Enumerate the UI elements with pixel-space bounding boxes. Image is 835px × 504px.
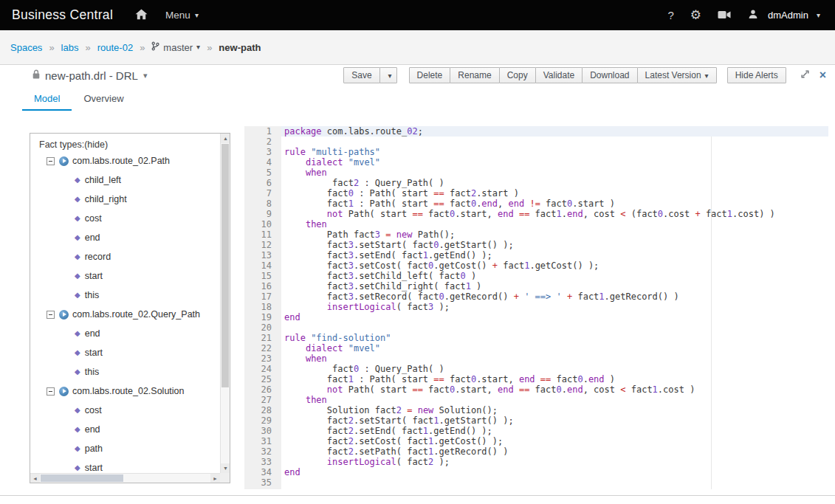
fact-class-row[interactable]: com.labs.route_02.Solution	[30, 382, 220, 401]
business-central-app: Business Central Menu ▾ ? ⚙ dmAdmin	[0, 0, 835, 504]
line-number: 27	[244, 395, 272, 405]
code-line: fact3.setRecord( fact0.getRecord() + ' =…	[281, 291, 828, 302]
top-nav-bar: Business Central Menu ▾ ? ⚙ dmAdmin	[0, 0, 835, 30]
breadcrumb-separator: »	[140, 42, 145, 53]
fact-field-label: end	[85, 328, 100, 339]
breadcrumb-spaces[interactable]: Spaces	[10, 42, 42, 53]
fact-field-row[interactable]: ◆end	[30, 324, 220, 343]
copy-button[interactable]: Copy	[499, 67, 536, 83]
field-diamond-icon: ◆	[75, 407, 80, 414]
download-button[interactable]: Download	[582, 67, 637, 83]
code-line: not Path( start == fact0.start, end == f…	[281, 384, 828, 395]
fact-field-label: child_right	[85, 194, 127, 204]
code-line: insertLogical( fact2 );	[281, 457, 828, 467]
fact-field-row[interactable]: ◆child_left	[30, 170, 220, 190]
close-editor-button[interactable]: ×	[817, 68, 829, 83]
vertical-scrollbar[interactable]: ▲ ▼	[220, 134, 230, 473]
breadcrumb-separator: »	[85, 42, 90, 53]
code-line: fact2.setCost( fact1.getCost() );	[281, 436, 828, 446]
save-button[interactable]: Save	[343, 67, 379, 83]
fact-field-label: start	[85, 463, 103, 473]
collapse-toggle-icon[interactable]	[47, 311, 55, 319]
fact-field-row[interactable]: ◆path	[30, 439, 220, 458]
menu-dropdown[interactable]: Menu ▾	[157, 0, 207, 30]
fact-field-row[interactable]: ◆end	[30, 420, 220, 439]
line-number: 35	[244, 477, 272, 488]
fact-types-title-text: Fact types:	[39, 139, 84, 150]
fact-field-row[interactable]: ◆record	[30, 247, 220, 266]
user-menu[interactable]: dmAdmin ▾	[739, 0, 829, 30]
scroll-down-arrow[interactable]: ▼	[221, 463, 230, 473]
save-split-button: Save ▾	[343, 67, 396, 83]
home-button[interactable]	[126, 0, 157, 30]
line-number: 17	[244, 291, 272, 302]
field-diamond-icon: ◆	[75, 426, 80, 433]
line-number: 30	[244, 426, 272, 436]
tab-overview[interactable]: Overview	[72, 86, 135, 111]
fullscreen-button[interactable]	[797, 68, 813, 83]
fact-field-label: record	[85, 252, 111, 262]
rename-button[interactable]: Rename	[450, 67, 499, 83]
drl-source-editor[interactable]: 1234567891011121314151617181920212223242…	[244, 126, 828, 489]
settings-button[interactable]: ⚙	[682, 0, 709, 30]
collapse-toggle-icon[interactable]	[47, 387, 55, 396]
fact-class-icon	[59, 310, 69, 320]
fact-class-row[interactable]: com.labs.route_02.Query_Path	[30, 305, 220, 324]
fact-field-row[interactable]: ◆start	[30, 458, 220, 473]
fact-field-row[interactable]: ◆cost	[30, 209, 220, 228]
asset-editor-header: new-path.drl - DRL ▾ Save ▾ Delete Renam…	[0, 65, 835, 86]
breadcrumb-space-labs[interactable]: labs	[61, 42, 79, 53]
help-button[interactable]: ?	[659, 0, 681, 30]
latest-version-dropdown[interactable]: Latest Version▾	[637, 67, 717, 83]
validate-button[interactable]: Validate	[535, 67, 583, 83]
fact-class-row[interactable]: com.labs.route_02.Path	[30, 151, 220, 170]
line-number: 31	[244, 436, 272, 446]
collapse-toggle-icon[interactable]	[47, 157, 55, 165]
breadcrumb-separator: »	[49, 42, 54, 53]
field-diamond-icon: ◆	[75, 253, 80, 260]
fact-field-row[interactable]: ◆cost	[30, 401, 220, 420]
branch-selector[interactable]: master ▾	[151, 41, 200, 53]
save-dropdown-toggle[interactable]: ▾	[379, 67, 397, 83]
field-diamond-icon: ◆	[75, 272, 80, 280]
fact-field-row[interactable]: ◆start	[30, 266, 220, 286]
git-branch-icon	[151, 41, 159, 53]
user-name: dmAdmin	[768, 10, 808, 21]
code-line: rule "multi-paths"	[281, 147, 828, 157]
scroll-left-arrow[interactable]: ◄	[30, 474, 40, 483]
scroll-up-arrow[interactable]: ▲	[221, 134, 230, 143]
line-number: 15	[244, 271, 272, 281]
scroll-right-arrow[interactable]: ►	[210, 474, 220, 483]
fact-field-row[interactable]: ◆child_right	[30, 190, 220, 209]
field-diamond-icon: ◆	[75, 368, 80, 376]
fact-field-label: end	[85, 232, 100, 243]
fact-field-row[interactable]: ◆end	[30, 228, 220, 247]
chevron-down-icon: ▾	[817, 12, 820, 19]
hide-alerts-button[interactable]: Hide Alerts	[727, 67, 786, 83]
code-line: then	[281, 219, 828, 229]
field-diamond-icon: ◆	[75, 234, 80, 241]
user-icon	[748, 9, 758, 21]
title-dropdown-caret-icon[interactable]: ▾	[143, 71, 148, 80]
fact-types-title: Fact types:(hide)	[30, 134, 230, 152]
line-number: 20	[244, 322, 272, 333]
line-number: 24	[244, 364, 272, 374]
lock-icon	[32, 69, 40, 82]
camera-button[interactable]	[709, 0, 739, 30]
tab-model[interactable]: Model	[22, 86, 72, 111]
fact-field-row[interactable]: ◆this	[30, 362, 220, 382]
code-line: fact0 : Path( start == fact2.start )	[281, 188, 828, 199]
breadcrumb-project[interactable]: route-02	[97, 42, 133, 53]
fact-field-row[interactable]: ◆this	[30, 286, 220, 305]
brand-logo[interactable]: Business Central	[0, 7, 126, 23]
fact-field-label: this	[85, 290, 99, 300]
menu-label: Menu	[165, 10, 190, 21]
horizontal-scrollbar[interactable]: ◄ ►	[30, 473, 220, 483]
fact-field-row[interactable]: ◆start	[30, 343, 220, 362]
chevron-down-icon: ▾	[388, 72, 392, 80]
delete-button[interactable]: Delete	[409, 67, 451, 83]
hide-fact-types-link[interactable]: (hide)	[84, 139, 108, 150]
horizontal-scroll-thumb[interactable]	[41, 474, 123, 482]
code-area[interactable]: package com.labs.route_02;rule "multi-pa…	[281, 126, 828, 489]
vertical-scroll-thumb[interactable]	[221, 144, 229, 387]
